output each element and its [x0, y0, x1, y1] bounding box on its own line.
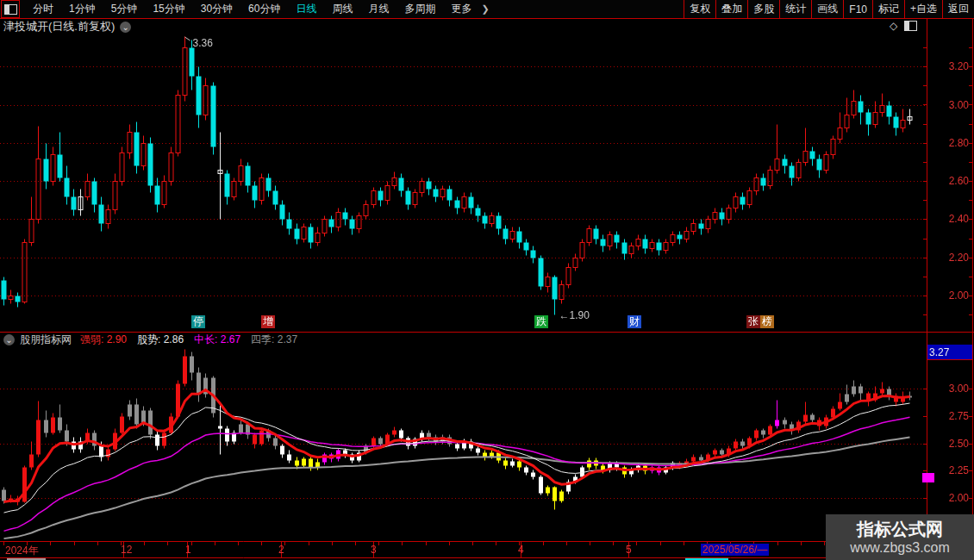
timeframe-menu: 分时1分钟5分钟15分钟30分钟60分钟日线周线月线多周期更多	[25, 2, 479, 16]
tool-menu-item[interactable]: F10	[843, 0, 872, 18]
event-badge[interactable]: 增	[261, 315, 275, 328]
layout-split-icon[interactable]	[904, 21, 917, 31]
timeframe-item[interactable]: 月线	[360, 2, 396, 16]
tool-menu-item[interactable]: 多股	[747, 0, 779, 18]
timeframe-item[interactable]: 多周期	[396, 2, 443, 16]
timeframe-item[interactable]: 1分钟	[61, 2, 103, 16]
price-axis-label: 2.80	[929, 137, 969, 149]
tools-menu: 复权叠加多股统计画线F10标记+自选返回	[684, 0, 974, 18]
indicator-metric: 股势: 2.86	[137, 333, 184, 347]
indicator-source-label: 股朋指标网	[20, 333, 72, 347]
date-axis-label: 5	[626, 544, 632, 556]
indicator-chart[interactable]	[0, 347, 974, 540]
indicator-metric: 中长: 2.67	[194, 333, 240, 347]
date-axis-label: 3	[371, 544, 377, 556]
timeframe-item[interactable]: 60分钟	[240, 2, 288, 16]
indicator-axis-label: 2.75	[929, 410, 969, 422]
top-menu-bar: 分时1分钟5分钟15分钟30分钟60分钟日线周线月线多周期更多❯ 复权叠加多股统…	[0, 0, 974, 19]
tdx-app-window: 分时1分钟5分钟15分钟30分钟60分钟日线周线月线多周期更多❯ 复权叠加多股统…	[0, 0, 974, 560]
axis-right-border	[972, 19, 973, 558]
indicator-header: ⌄ 股朋指标网 强弱: 2.90股势: 2.86中长: 2.67四季: 2.37	[3, 333, 308, 346]
split-icon-glyph	[4, 4, 17, 15]
main-price-chart[interactable]	[0, 34, 974, 332]
tool-menu-item[interactable]: 返回	[942, 0, 974, 18]
event-badge[interactable]: 财	[627, 315, 641, 328]
tool-menu-item[interactable]: 统计	[779, 0, 811, 18]
date-axis-label: 4	[518, 544, 524, 556]
timeframe-item[interactable]: 15分钟	[145, 2, 192, 16]
tool-menu-item[interactable]: 叠加	[715, 0, 747, 18]
watermark-url: www.zbgs3.com	[850, 539, 950, 557]
date-axis-label: 2025/05/26/—	[701, 544, 769, 556]
date-axis-label: 2	[278, 544, 284, 556]
indicator-axis-label: 2.00	[929, 492, 969, 504]
indicator-max-value-box: 3.27	[927, 345, 972, 360]
indicator-axis-label: 2.50	[929, 438, 969, 450]
price-axis-label: 2.40	[929, 213, 969, 225]
chart-title: 津投城开(日线.前复权)	[3, 19, 115, 34]
indicator-axis-label: 3.00	[929, 383, 969, 395]
indicator-metric: 四季: 2.37	[251, 333, 297, 347]
window-split-icon[interactable]	[1, 0, 20, 18]
chart-title-row: 津投城开(日线.前复权) ⌄ ◇	[0, 19, 974, 34]
timeframe-item[interactable]: 日线	[288, 2, 324, 16]
tool-menu-item[interactable]: 画线	[811, 0, 843, 18]
tool-menu-item[interactable]: +自选	[904, 0, 942, 18]
price-axis-label: 3.00	[929, 99, 969, 111]
date-axis-label: 12	[121, 544, 132, 556]
date-axis-label: 1	[185, 544, 191, 556]
magenta-axis-marker	[922, 473, 934, 482]
timeframe-item[interactable]: 5分钟	[103, 2, 146, 16]
price-axis-label: 2.60	[929, 175, 969, 187]
chevron-down-circle-icon[interactable]: ⌄	[3, 334, 15, 345]
watermark-title: 指标公式网	[857, 519, 943, 539]
more-arrow-icon[interactable]: ❯	[479, 3, 489, 15]
timeframe-item[interactable]: 更多	[443, 2, 479, 16]
chevron-down-circle-icon[interactable]: ⌄	[120, 22, 131, 33]
event-badge[interactable]: 停	[191, 315, 205, 328]
diamond-icon[interactable]: ◇	[890, 20, 897, 32]
indicator-metric: 强弱: 2.90	[80, 333, 127, 347]
indicator-axis-label: 2.25	[929, 464, 969, 476]
price-axis-label: 3.20	[929, 60, 969, 72]
tool-menu-item[interactable]: 标记	[872, 0, 904, 18]
price-axis-label: 2.00	[929, 289, 969, 302]
timeframe-item[interactable]: 30分钟	[193, 2, 240, 16]
event-badge[interactable]: 跌	[534, 315, 548, 328]
tool-menu-item[interactable]: 复权	[684, 0, 715, 18]
watermark: 指标公式网 www.zbgs3.com	[826, 514, 974, 560]
timeframe-item[interactable]: 周线	[324, 2, 360, 16]
date-axis-label: 2024年	[5, 544, 39, 558]
event-badge[interactable]: 张	[746, 315, 760, 328]
price-axis-label: 2.20	[929, 252, 969, 264]
event-badge[interactable]: 榜	[760, 315, 774, 328]
timeframe-item[interactable]: 分时	[25, 2, 61, 16]
